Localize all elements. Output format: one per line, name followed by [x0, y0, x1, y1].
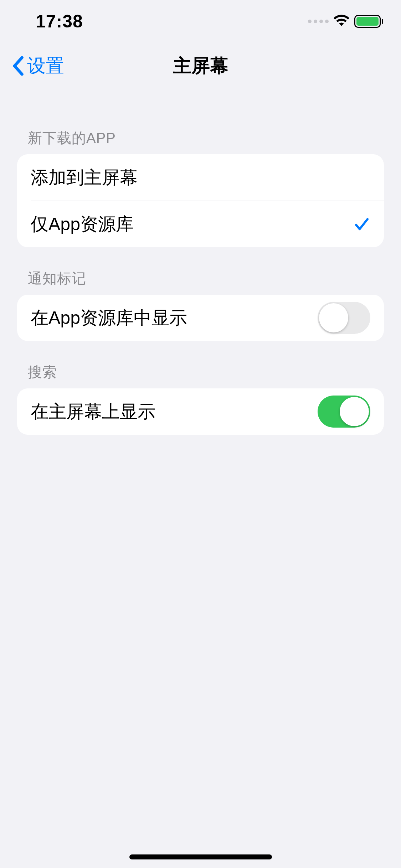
wifi-icon [334, 13, 349, 30]
back-label: 设置 [27, 53, 64, 78]
toggle-show-on-home[interactable] [318, 396, 370, 428]
section-header-search: 搜索 [17, 341, 384, 388]
group-search: 在主屏幕上显示 [17, 388, 384, 435]
row-label: 在主屏幕上显示 [31, 400, 155, 424]
toggle-show-in-library[interactable] [318, 302, 370, 334]
option-add-to-home[interactable]: 添加到主屏幕 [17, 154, 384, 201]
back-button[interactable]: 设置 [11, 53, 64, 78]
section-header-badges: 通知标记 [17, 247, 384, 295]
status-bar: 17:38 [0, 0, 401, 43]
cellular-dots-icon [308, 20, 329, 23]
row-show-in-library: 在App资源库中显示 [17, 295, 384, 341]
group-badges: 在App资源库中显示 [17, 295, 384, 341]
section-header-new-downloads: 新下载的APP [17, 89, 384, 154]
status-time: 17:38 [36, 11, 83, 32]
nav-bar: 设置 主屏幕 [0, 43, 401, 89]
option-label: 仅App资源库 [31, 212, 134, 236]
battery-icon [354, 15, 383, 28]
group-new-downloads: 添加到主屏幕 仅App资源库 [17, 154, 384, 247]
chevron-left-icon [11, 56, 25, 76]
option-label: 添加到主屏幕 [31, 166, 138, 190]
option-app-library-only[interactable]: 仅App资源库 [17, 201, 384, 247]
row-show-on-home: 在主屏幕上显示 [17, 388, 384, 435]
home-indicator[interactable] [129, 854, 272, 859]
checkmark-icon [353, 216, 370, 233]
row-label: 在App资源库中显示 [31, 306, 187, 330]
status-indicators [308, 13, 383, 30]
